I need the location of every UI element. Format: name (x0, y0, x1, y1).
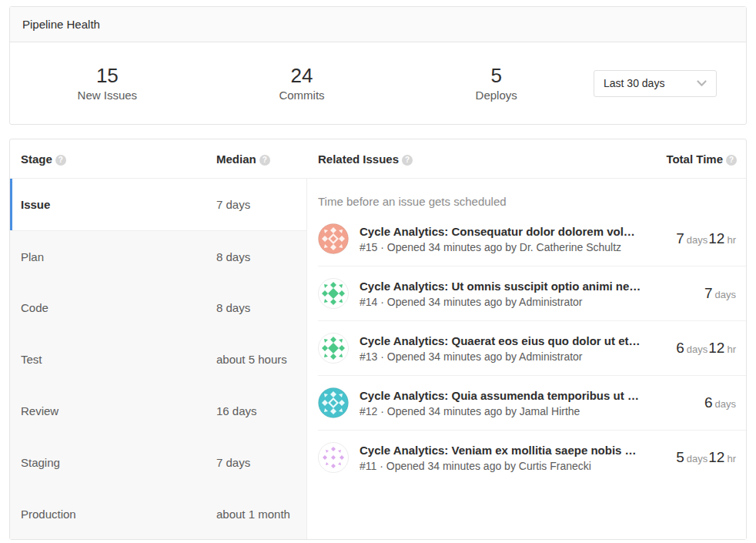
stage-median: about 1 month (216, 508, 306, 521)
total-time-unit: days (687, 453, 707, 464)
issue-total-time: 7days12hr (649, 230, 746, 247)
stage-item-issue[interactable]: Issue 7 days (10, 179, 306, 230)
issue-event-text: Cycle Analytics: Quia assumenda temporib… (360, 389, 641, 417)
stat-new-issues-label: New Issues (10, 89, 205, 102)
header-total-time: Total Time? (666, 153, 746, 166)
issue-event-text: Cycle Analytics: Quaerat eos eius quo do… (360, 334, 641, 363)
stat-new-issues: 15 New Issues (10, 65, 205, 102)
help-icon[interactable]: ? (402, 155, 413, 166)
stage-description: Time before an issue gets scheduled (318, 179, 746, 212)
issue-number[interactable]: #13 (360, 350, 377, 363)
stage-name: Production (21, 508, 216, 521)
stage-name: Staging (21, 456, 216, 469)
issue-opened-text: Opened 34 minutes ago by (387, 350, 517, 363)
stage-panel: Issue 7 days Plan 8 days Code 8 days Tes… (10, 179, 307, 539)
meta-separator: · (380, 405, 384, 417)
issue-event-row: Cycle Analytics: Quaerat eos eius quo do… (318, 320, 746, 375)
issue-number[interactable]: #11 (360, 460, 376, 472)
issue-event-row: Cycle Analytics: Ut omnis suscipit optio… (318, 266, 746, 320)
stage-item-review[interactable]: Review 16 days (10, 385, 306, 437)
issue-event-text: Cycle Analytics: Ut omnis suscipit optio… (360, 280, 641, 308)
header-stage-label: Stage (21, 153, 52, 166)
cycle-table-body: Issue 7 days Plan 8 days Code 8 days Tes… (10, 178, 746, 539)
issue-avatar[interactable] (318, 387, 349, 418)
stage-name: Issue (21, 198, 216, 211)
issue-number[interactable]: #12 (360, 405, 377, 417)
total-time-value: 12 (708, 340, 724, 356)
total-time-value: 6 (704, 394, 713, 411)
header-median-label: Median (216, 153, 256, 166)
stage-median: 7 days (216, 456, 306, 469)
issue-event-row: Cycle Analytics: Consequatur dolor dolor… (318, 212, 746, 266)
issue-meta: #15 · Opened 34 minutes ago by Dr. Cathe… (360, 241, 641, 253)
total-time-value: 7 (704, 285, 713, 301)
total-time-unit: hr (727, 453, 736, 464)
total-time-value: 5 (676, 449, 684, 465)
issue-title-link[interactable]: Cycle Analytics: Quaerat eos eius quo do… (360, 334, 641, 347)
issue-meta: #13 · Opened 34 minutes ago by Administr… (360, 350, 641, 363)
issue-title-link[interactable]: Cycle Analytics: Quia assumenda temporib… (360, 389, 641, 402)
issue-avatar[interactable] (318, 442, 349, 473)
stage-item-staging[interactable]: Staging 7 days (10, 437, 306, 488)
total-time-value: 12 (708, 449, 724, 465)
issue-opened-text: Opened 34 minutes ago by (387, 296, 517, 308)
issue-author-link[interactable]: Administrator (519, 296, 582, 308)
issue-author-link[interactable]: Dr. Catherine Schultz (520, 241, 621, 253)
stat-commits-value: 24 (205, 65, 400, 88)
stage-item-test[interactable]: Test about 5 hours (10, 334, 306, 385)
issue-avatar[interactable] (318, 333, 349, 364)
issue-total-time: 6days12hr (649, 340, 746, 357)
stage-name: Review (21, 404, 216, 417)
help-icon[interactable]: ? (259, 155, 270, 166)
total-time-value: 7 (676, 230, 684, 246)
total-time-value: 12 (708, 230, 724, 246)
issue-number[interactable]: #15 (360, 241, 377, 253)
help-icon[interactable]: ? (726, 155, 737, 166)
chevron-down-icon (697, 80, 707, 87)
issue-opened-text: Opened 34 minutes ago by (386, 460, 516, 472)
issue-meta: #12 · Opened 34 minutes ago by Jamal Hir… (360, 405, 641, 417)
stat-commits-label: Commits (205, 89, 400, 102)
issue-author-link[interactable]: Curtis Franecki (519, 460, 591, 472)
date-range-dropdown[interactable]: Last 30 days (594, 70, 717, 97)
issue-avatar[interactable] (318, 223, 349, 254)
issue-author-link[interactable]: Jamal Hirthe (520, 405, 580, 417)
total-time-unit: hr (727, 234, 736, 246)
header-related-issues-label: Related Issues (318, 153, 399, 166)
stage-item-production[interactable]: Production about 1 month (10, 488, 306, 540)
meta-separator: · (380, 296, 384, 308)
total-time-unit: days (687, 234, 707, 246)
issue-title-link[interactable]: Cycle Analytics: Consequatur dolor dolor… (360, 225, 641, 238)
pipeline-health-title: Pipeline Health (10, 7, 746, 42)
stage-median: 8 days (216, 250, 306, 263)
pipeline-health-card: Pipeline Health 15 New Issues 24 Commits… (9, 6, 747, 125)
total-time-unit: hr (727, 344, 736, 355)
total-time-unit: days (715, 289, 736, 300)
related-issues-panel: Time before an issue gets scheduled Cycl… (307, 179, 746, 539)
stage-name: Plan (21, 250, 216, 263)
help-icon[interactable]: ? (55, 155, 66, 166)
issue-meta: #14 · Opened 34 minutes ago by Administr… (360, 296, 641, 308)
stage-median: about 5 hours (216, 353, 306, 366)
issue-avatar[interactable] (318, 278, 349, 309)
header-related-issues: Related Issues? (307, 153, 666, 166)
issue-event-text: Cycle Analytics: Veniam ex mollitia saep… (360, 444, 641, 472)
stat-deploys-label: Deploys (399, 89, 594, 102)
issue-total-time: 7days (649, 285, 746, 302)
issue-title-link[interactable]: Cycle Analytics: Veniam ex mollitia saep… (360, 444, 641, 457)
issue-total-time: 5days12hr (649, 449, 746, 466)
date-range-selected: Last 30 days (604, 77, 664, 89)
pipeline-health-body: 15 New Issues 24 Commits 5 Deploys Last … (10, 42, 746, 124)
issue-author-link[interactable]: Administrator (519, 350, 582, 363)
issue-event-text: Cycle Analytics: Consequatur dolor dolor… (360, 225, 641, 253)
stage-item-plan[interactable]: Plan 8 days (10, 230, 306, 282)
stage-item-code[interactable]: Code 8 days (10, 282, 306, 334)
stat-deploys-value: 5 (399, 65, 594, 88)
stage-name: Code (21, 301, 216, 314)
stage-median: 8 days (216, 301, 306, 314)
stage-median: 16 days (216, 404, 306, 417)
issue-number[interactable]: #14 (360, 296, 377, 308)
issue-event-row: Cycle Analytics: Quia assumenda temporib… (318, 375, 746, 430)
issue-title-link[interactable]: Cycle Analytics: Ut omnis suscipit optio… (360, 280, 641, 293)
meta-separator: · (380, 350, 384, 363)
